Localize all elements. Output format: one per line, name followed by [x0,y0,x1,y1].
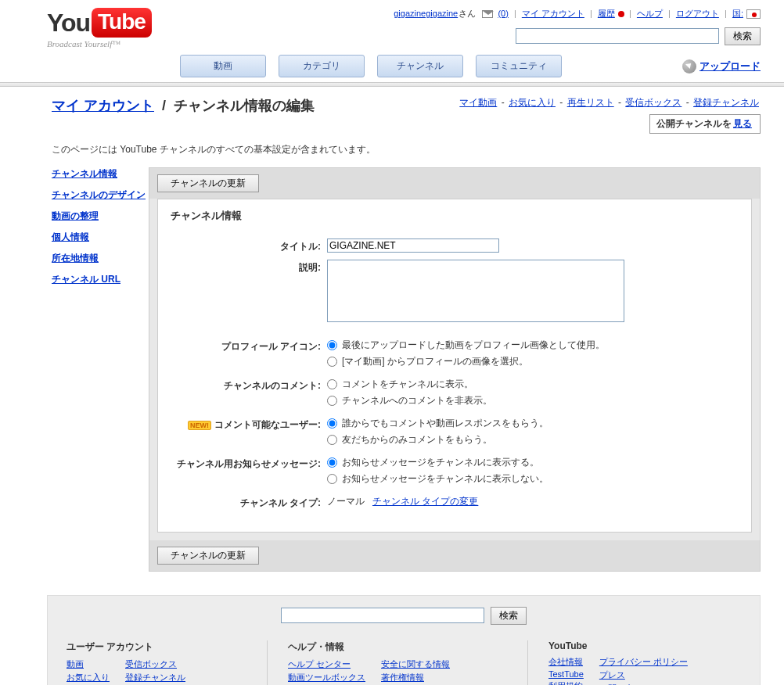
footer: 検索 ユーザー アカウント 動画 お気に入り 再生リスト 受信ボックス 登録チャ… [47,595,761,685]
nav-channels[interactable]: チャンネル [377,55,463,77]
footer-ua-inbox[interactable]: 受信ボックス [125,658,185,670]
profile-icon-opt1: 最後にアップロードした動画をプロフィール画像として使用。 [342,339,605,352]
footer-copyright[interactable]: 著作権情報 [381,672,487,683]
footer-user-account-heading: ユーザー アカウント [67,640,246,654]
footer-safety[interactable]: 安全に関する情報 [381,658,487,670]
comment-opt2: チャンネルへのコメントを非表示。 [342,394,492,407]
nav-categories[interactable]: カテゴリ [279,55,365,77]
nav-videos[interactable]: 動画 [180,55,266,77]
breadcrumb-my-account[interactable]: マイ アカウント [52,98,154,113]
channel-type-label: チャンネル タイプ: [171,495,327,510]
sidebar-personal-info[interactable]: 個人情報 [52,231,149,244]
link-subscriptions[interactable]: 登録チャンネル [693,97,759,108]
tagline: Broadcast Yourself™ [47,39,152,48]
link-favorites[interactable]: お気に入り [509,97,556,108]
envelope-icon[interactable] [482,10,493,18]
link-my-videos[interactable]: マイ動画 [459,97,497,108]
bulletin-opt1: お知らせメッセージをチャンネルに表示する。 [342,456,539,469]
channel-comment-label: チャンネルのコメント: [171,378,327,393]
footer-toolbox[interactable]: 動画ツールボックス [288,672,365,683]
new-badge: NEW! [188,421,211,430]
description-textarea[interactable] [327,260,624,322]
search-button[interactable]: 検索 [725,27,761,45]
page-description: このページには YouTube チャンネルのすべての基本設定が含まれています。 [52,143,761,156]
username-link[interactable]: gigazinegigazine [394,9,458,18]
user-bar: gigazinegigazineさん (0) | マイ アカウント | 履歴 |… [167,8,761,24]
profile-icon-radio-2[interactable] [327,357,337,367]
page-title: マイ アカウント / チャンネル情報の編集 [52,96,315,115]
comment-radio-2[interactable] [327,396,337,406]
inbox-count[interactable]: (0) [498,9,508,18]
comment-radio-1[interactable] [327,379,337,389]
footer-help-heading: ヘルプ・情報 [288,640,507,654]
update-channel-button-bottom[interactable]: チャンネルの更新 [157,547,259,565]
change-channel-type-link[interactable]: チャンネル タイプの変更 [372,496,478,507]
logo-you: You [47,9,90,38]
country-link[interactable]: 国: [732,9,743,18]
profile-icon-label: プロフィール アイコン: [171,339,327,353]
footer-search-button[interactable]: 検索 [491,607,527,625]
comment-opt1: コメントをチャンネルに表示。 [342,378,473,391]
footer-search-input[interactable] [281,608,484,623]
who-radio-2[interactable] [327,435,337,445]
sidebar-channel-url[interactable]: チャンネル URL [52,273,149,286]
bulletin-label: チャンネル用お知らせメッセージ: [171,456,327,471]
footer-help-center[interactable]: ヘルプ センター [288,658,365,670]
update-channel-button-top[interactable]: チャンネルの更新 [157,174,259,192]
history-link[interactable]: 履歴 [598,9,615,18]
title-label: タイトル: [171,238,327,253]
upload-icon [682,59,696,74]
footer-yt-testtube[interactable]: TestTube [548,669,584,679]
footer-youtube-heading: YouTube [548,640,728,651]
footer-yt-terms[interactable]: 利用規約 [548,680,584,685]
main-nav: 動画 カテゴリ チャンネル コミュニティ アップロード [47,55,761,77]
footer-ua-videos[interactable]: 動画 [67,658,110,670]
profile-icon-opt2: [マイ動画] からプロフィールの画像を選択。 [342,355,528,368]
my-account-link[interactable]: マイ アカウント [522,9,584,18]
nav-community[interactable]: コミュニティ [476,55,562,77]
sidebar-channel-design[interactable]: チャンネルのデザイン [52,188,149,202]
who-opt1: 誰からでもコメントや動画レスポンスをもらう。 [342,417,548,430]
view-channel-link[interactable]: 見る [733,118,752,129]
link-playlists[interactable]: 再生リスト [567,97,614,108]
channel-type-value: ノーマル [327,496,365,507]
profile-icon-radio-1[interactable] [327,340,337,350]
logo-tube: Tube [92,8,152,38]
footer-yt-company[interactable]: 会社情報 [548,656,584,668]
bulletin-radio-2[interactable] [327,474,337,484]
bulletin-radio-1[interactable] [327,457,337,468]
sidebar-location-info[interactable]: 所在地情報 [52,252,149,265]
title-input[interactable] [327,238,499,253]
view-channel-box: 公開チャンネルを見る [649,114,761,134]
who-opt2: 友だちからのみコメントをもらう。 [342,433,492,447]
footer-ua-subscriptions[interactable]: 登録チャンネル [125,672,185,683]
link-inbox[interactable]: 受信ボックス [625,97,682,108]
san-text: さん [459,9,476,18]
sidebar: チャンネル情報 チャンネルのデザイン 動画の整理 個人情報 所在地情報 チャンネ… [52,167,149,294]
sidebar-organize-videos[interactable]: 動画の整理 [52,210,149,223]
search-input[interactable] [516,28,719,44]
breadcrumb-current: チャンネル情報の編集 [174,98,315,113]
footer-yt-press[interactable]: プレス [599,669,688,681]
main-panel: チャンネルの更新 チャンネル情報 タイトル: 説明: [149,167,761,572]
upload-link[interactable]: アップロード [682,59,761,74]
panel-title: チャンネル情報 [171,209,739,223]
footer-ua-favorites[interactable]: お気に入り [67,672,110,683]
jp-flag-icon[interactable] [746,9,761,19]
description-label: 説明: [171,260,327,274]
footer-yt-privacy[interactable]: プライバシー ポリシー [599,656,688,668]
bulletin-opt2: お知らせメッセージをチャンネルに表示しない。 [342,472,548,486]
history-dot-icon [618,11,624,17]
who-radio-1[interactable] [327,418,337,429]
upload-text[interactable]: アップロード [699,59,761,74]
logout-link[interactable]: ログアウト [676,9,719,18]
who-label: NEW!コメント可能なユーザー: [171,417,327,432]
sidebar-channel-info[interactable]: チャンネル情報 [52,167,149,181]
logo[interactable]: You Tube Broadcast Yourself™ [47,8,152,48]
help-link[interactable]: ヘルプ [637,9,663,18]
